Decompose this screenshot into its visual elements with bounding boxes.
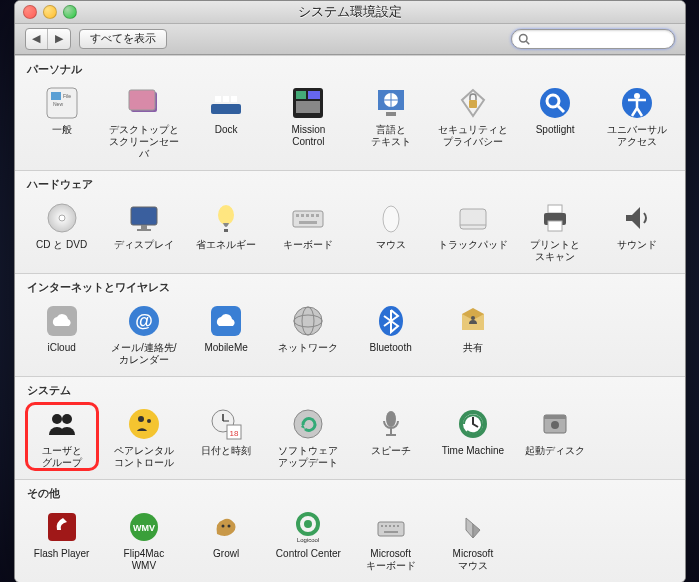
growl-icon [208, 509, 244, 545]
pref-sharing[interactable]: 共有 [432, 299, 514, 370]
sharing-icon [455, 303, 491, 339]
forward-button[interactable]: ▶ [48, 29, 70, 49]
svg-rect-40 [460, 209, 486, 229]
pref-startup[interactable]: 起動ディスク [514, 402, 596, 473]
language-icon [373, 85, 409, 121]
svg-rect-19 [469, 100, 477, 108]
svg-rect-38 [299, 221, 317, 224]
pref-users-groups[interactable]: ユーザと グループ [21, 402, 103, 473]
dock-icon [208, 85, 244, 121]
pref-label: Flip4Mac WMV [124, 548, 165, 572]
svg-point-72 [551, 421, 559, 429]
close-button[interactable] [23, 5, 37, 19]
svg-rect-34 [301, 214, 304, 217]
svg-point-20 [540, 88, 570, 118]
pref-label: ユーザと グループ [42, 445, 82, 469]
pref-label: 一般 [52, 124, 72, 148]
startup-icon [537, 406, 573, 442]
pref-software-update[interactable]: ソフトウェア アップデート [267, 402, 349, 473]
mouse-icon [373, 200, 409, 236]
svg-text:File: File [63, 93, 71, 99]
pref-label: 起動ディスク [525, 445, 585, 469]
pref-speech[interactable]: スピーチ [350, 402, 432, 473]
pref-mission-control[interactable]: Mission Control [267, 81, 349, 164]
pref-trackpad[interactable]: トラックパッド [432, 196, 514, 267]
pref-timemachine[interactable]: Time Machine [432, 402, 514, 473]
pref-cd-dvd[interactable]: CD と DVD [21, 196, 103, 267]
pref-logicool[interactable]: Logicool Control Center [267, 505, 349, 576]
titlebar: システム環境設定 [15, 1, 685, 24]
svg-rect-85 [393, 525, 395, 527]
pref-label: Flash Player [34, 548, 90, 572]
show-all-button[interactable]: すべてを表示 [79, 29, 167, 49]
pref-datetime[interactable]: 18 日付と時刻 [185, 402, 267, 473]
svg-rect-81 [378, 522, 404, 536]
pref-keyboard[interactable]: キーボード [267, 196, 349, 267]
pref-label: Microsoft マウス [453, 548, 494, 572]
section-system: システム ユーザと グループ ペアレンタル コントロール 18 日付と時刻 [15, 376, 685, 479]
pref-universal-access[interactable]: ユニバーサル アクセス [596, 81, 678, 164]
zoom-button[interactable] [63, 5, 77, 19]
svg-rect-28 [141, 225, 147, 229]
svg-point-77 [228, 524, 231, 527]
back-button[interactable]: ◀ [26, 29, 48, 49]
software-update-icon [290, 406, 326, 442]
minimize-button[interactable] [43, 5, 57, 19]
pref-ms-keyboard[interactable]: Microsoft キーボード [350, 505, 432, 576]
svg-rect-83 [385, 525, 387, 527]
pref-growl[interactable]: Growl [185, 505, 267, 576]
pref-spotlight[interactable]: Spotlight [514, 81, 596, 164]
pref-displays[interactable]: ディスプレイ [103, 196, 185, 267]
icloud-icon [44, 303, 80, 339]
svg-rect-11 [231, 96, 237, 102]
pref-sound[interactable]: サウンド [596, 196, 678, 267]
pref-ms-mouse[interactable]: Microsoft マウス [432, 505, 514, 576]
energy-icon [208, 200, 244, 236]
svg-rect-9 [215, 96, 221, 102]
pref-general[interactable]: FileNew 一般 [21, 81, 103, 164]
search-box[interactable] [511, 29, 675, 49]
pref-flash-player[interactable]: Flash Player [21, 505, 103, 576]
pref-label: Growl [213, 548, 239, 572]
ms-keyboard-icon [373, 509, 409, 545]
pref-language-text[interactable]: 言語と テキスト [350, 81, 432, 164]
pref-network[interactable]: ネットワーク [267, 299, 349, 370]
pref-parental[interactable]: ペアレンタル コントロール [103, 402, 185, 473]
pref-label: メール/連絡先/ カレンダー [111, 342, 177, 366]
pref-desktop[interactable]: デスクトップと スクリーンセーバ [103, 81, 185, 164]
pref-flip4mac[interactable]: WMV Flip4Mac WMV [103, 505, 185, 576]
pref-security[interactable]: セキュリティと プライバシー [432, 81, 514, 164]
section-title-personal: パーソナル [15, 56, 685, 79]
pref-mouse[interactable]: マウス [350, 196, 432, 267]
svg-point-55 [62, 414, 72, 424]
pref-energy[interactable]: 省エネルギー [185, 196, 267, 267]
svg-rect-86 [397, 525, 399, 527]
window-title: システム環境設定 [15, 3, 685, 21]
section-other: その他 Flash Player WMV Flip4Mac WMV Growl [15, 479, 685, 582]
svg-rect-13 [296, 91, 306, 99]
svg-rect-42 [548, 205, 562, 213]
pref-mail[interactable]: @ メール/連絡先/ カレンダー [103, 299, 185, 370]
nav-segmented: ◀ ▶ [25, 28, 71, 50]
svg-rect-29 [137, 229, 151, 231]
svg-rect-18 [386, 112, 396, 116]
pref-mobileme[interactable]: MobileMe [185, 299, 267, 370]
svg-rect-15 [296, 101, 320, 113]
search-input[interactable] [534, 32, 668, 46]
pref-print-scan[interactable]: プリントと スキャン [514, 196, 596, 267]
pref-label: サウンド [617, 239, 657, 263]
pref-label: 日付と時刻 [201, 445, 251, 469]
svg-rect-37 [316, 214, 319, 217]
pref-dock[interactable]: Dock [185, 81, 267, 164]
pref-icloud[interactable]: iCloud [21, 299, 103, 370]
datetime-icon: 18 [208, 406, 244, 442]
displays-icon [126, 200, 162, 236]
pref-bluetooth[interactable]: Bluetooth [350, 299, 432, 370]
section-title-internet: インターネットとワイヤレス [15, 274, 685, 297]
pref-label: ディスプレイ [114, 239, 174, 263]
print-icon [537, 200, 573, 236]
svg-point-58 [147, 419, 151, 423]
svg-point-53 [471, 316, 475, 320]
security-icon [455, 85, 491, 121]
pref-label: Microsoft キーボード [366, 548, 416, 572]
